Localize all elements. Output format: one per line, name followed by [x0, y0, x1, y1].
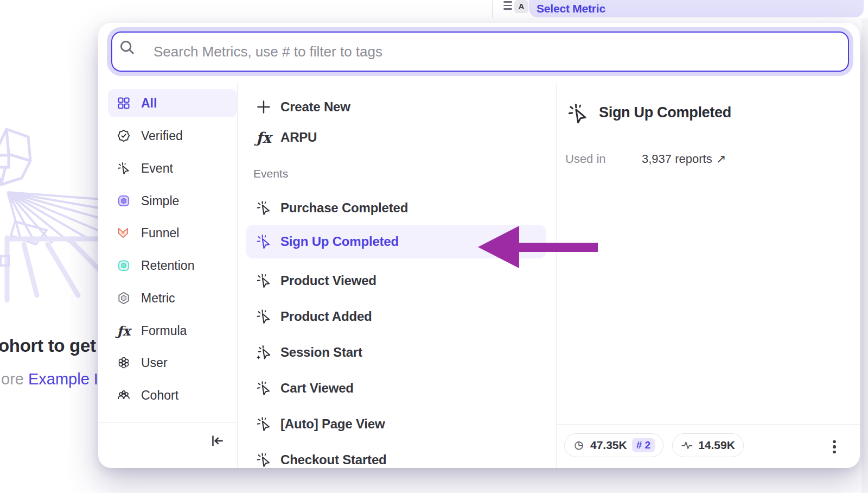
sidebar-item-verified[interactable]: Verified — [108, 122, 237, 150]
pie-chart-icon — [573, 439, 585, 452]
sidebar-item-event[interactable]: Event — [108, 154, 237, 182]
list-item-auto-page-view[interactable]: [Auto] Page View — [256, 412, 385, 436]
pulse-icon — [681, 439, 693, 452]
query-builder-row: A Select Metric — [0, 0, 868, 18]
create-new-button[interactable]: Create New — [256, 95, 350, 119]
collapse-sidebar-button[interactable] — [209, 433, 226, 448]
list-item-label: Purchase Completed — [280, 200, 408, 216]
event-cursor-icon — [256, 452, 272, 468]
rank-chip: # 2 — [632, 438, 655, 452]
event-cursor-icon — [256, 273, 272, 289]
list-item-label: Session Start — [280, 345, 362, 360]
sidebar-item-user[interactable]: User — [108, 349, 237, 377]
grid-icon — [117, 96, 131, 110]
funnel-icon — [117, 226, 131, 240]
list-item-label: Cart Viewed — [280, 381, 354, 396]
list-item-label: Product Added — [280, 309, 372, 324]
sidebar-item-label: Formula — [141, 324, 187, 338]
sidebar-item-all[interactable]: All — [108, 89, 237, 117]
sidebar-item-label: Funnel — [141, 226, 179, 241]
more-options-button[interactable] — [829, 439, 839, 455]
external-link-arrow-icon: ↗ — [716, 152, 726, 166]
list-item-label: [Auto] Page View — [280, 416, 385, 432]
used-in-row: Used in 3,937 reports ↗ — [565, 152, 726, 166]
detail-footer-divider — [557, 424, 860, 425]
retention-icon — [117, 258, 131, 273]
list-item-cart-viewed[interactable]: Cart Viewed — [256, 376, 354, 400]
sidebar-item-label: All — [141, 96, 157, 111]
sidebar-footer-divider — [98, 422, 237, 423]
event-cursor-star-icon — [256, 344, 272, 361]
cohort-people-icon — [117, 388, 131, 402]
stat-badge-total[interactable]: 47.35K # 2 — [564, 433, 663, 457]
sidebar-item-label: Verified — [141, 129, 183, 143]
sidebar-item-metric[interactable]: Metric — [108, 284, 237, 312]
sidebar-item-funnel[interactable]: Funnel — [108, 219, 237, 247]
sidebar-item-label: Retention — [141, 258, 194, 273]
list-item-label: Sign Up Completed — [280, 234, 399, 249]
stat-value: 47.35K — [590, 439, 627, 452]
event-cursor-icon — [256, 200, 272, 216]
stat-badge-activity[interactable]: 14.59K — [672, 433, 744, 457]
search-bar-container — [107, 27, 853, 76]
reports-count: 3,937 reports — [642, 152, 712, 166]
select-metric-row[interactable]: Select Metric — [529, 0, 864, 17]
sidebar-divider — [237, 83, 238, 468]
page-right-gutter — [861, 18, 868, 493]
sidebar-item-cohort[interactable]: Cohort — [108, 381, 237, 409]
detail-divider — [556, 83, 557, 468]
used-in-label: Used in — [565, 152, 642, 166]
sidebar-item-formula[interactable]: ƒx Formula — [108, 317, 237, 345]
formula-fx-icon: ƒx — [117, 323, 131, 339]
event-cursor-icon — [117, 161, 131, 175]
list-item-checkout-started[interactable]: Checkout Started — [256, 448, 387, 468]
drag-handle-icon[interactable] — [503, 1, 512, 12]
list-item-purchase-completed[interactable]: Purchase Completed — [256, 196, 408, 220]
list-item-label: Product Viewed — [280, 273, 376, 288]
background-headline-fragment: ohort to get s — [0, 336, 111, 356]
sidebar-item-label: User — [141, 356, 168, 370]
list-item-product-viewed[interactable]: Product Viewed — [256, 269, 376, 293]
metric-hexagon-icon — [117, 291, 131, 305]
list-item-arpu[interactable]: ƒx ARPU — [256, 125, 317, 149]
events-section-header: Events — [253, 167, 288, 181]
event-cursor-icon — [256, 308, 272, 325]
event-cursor-icon — [566, 102, 589, 125]
list-item-label: Checkout Started — [280, 452, 387, 467]
sidebar-item-label: Metric — [141, 291, 175, 306]
detail-title: Sign Up Completed — [599, 104, 731, 121]
sidebar-item-retention[interactable]: Retention — [108, 251, 237, 280]
metric-picker-dialog: All Verified Event Simple Funnel Retenti… — [98, 23, 860, 468]
list-item-product-added[interactable]: Product Added — [256, 305, 372, 328]
event-cursor-icon — [256, 233, 272, 250]
list-item-session-start[interactable]: Session Start — [256, 340, 362, 364]
create-new-label: Create New — [280, 99, 350, 115]
formula-fx-icon: ƒx — [256, 129, 272, 146]
event-cursor-icon — [256, 380, 272, 396]
row-letter-badge[interactable]: A — [514, 0, 528, 13]
sidebar-item-label: Event — [141, 161, 173, 176]
user-cluster-icon — [117, 356, 131, 370]
used-in-reports-link[interactable]: 3,937 reports ↗ — [642, 152, 726, 166]
search-input[interactable] — [111, 31, 849, 72]
simple-hexagon-icon — [117, 194, 131, 208]
list-item-label: ARPU — [280, 130, 317, 145]
sidebar-item-simple[interactable]: Simple — [108, 187, 237, 215]
background-wireframe-illustration — [0, 124, 108, 303]
detail-stats-row: 47.35K # 2 14.59K — [564, 433, 744, 457]
sidebar-item-label: Simple — [141, 194, 179, 208]
event-cursor-icon — [256, 416, 272, 432]
list-item-sign-up-completed[interactable]: Sign Up Completed — [256, 230, 399, 254]
collapse-panel-icon — [209, 433, 225, 448]
plus-icon — [256, 99, 272, 115]
sidebar-item-label: Cohort — [141, 388, 178, 403]
background-link-prefix: ore — [1, 370, 28, 388]
verified-seal-icon — [117, 129, 131, 143]
topbar-divider — [492, 0, 493, 18]
stat-value: 14.59K — [698, 439, 735, 452]
select-metric-label: Select Metric — [529, 0, 864, 17]
